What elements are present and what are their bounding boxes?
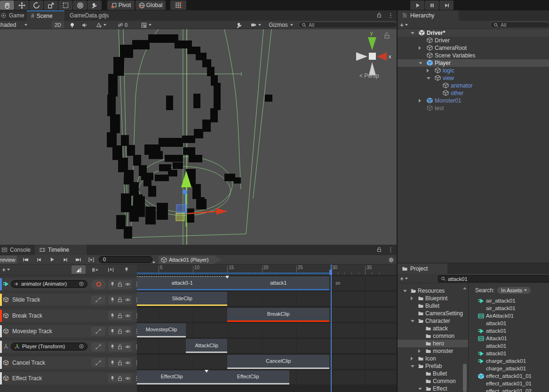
search-result-item[interactable]: effect_attack01_02 — [469, 388, 549, 392]
hierarchy-item-driver[interactable]: Driver — [398, 37, 549, 44]
expand-expand-icon[interactable] — [419, 99, 421, 103]
clip-boundary-marker-icon[interactable] — [225, 276, 229, 279]
search-result-item[interactable]: effect_attack01_01 — [469, 380, 549, 388]
scale-tool-button[interactable] — [44, 0, 58, 10]
2d-toggle[interactable]: 2D — [52, 21, 64, 29]
scene-lighting-toggle[interactable] — [67, 21, 77, 29]
search-result-item[interactable]: charge_attack01 — [469, 358, 549, 365]
hierarchy-item-logic[interactable]: logic — [398, 67, 549, 74]
track-menu-icon[interactable]: ⋮ — [134, 328, 140, 335]
custom-tool-button[interactable] — [88, 0, 102, 10]
global-toggle-button[interactable]: Global — [135, 0, 166, 10]
rotate-tool-button[interactable] — [29, 0, 43, 10]
track-header-effect-track[interactable]: {}Effect Track ⋮ — [0, 372, 137, 384]
hierarchy-item-animator[interactable]: animator — [398, 82, 549, 89]
lock-icon[interactable] — [117, 281, 123, 287]
play-button[interactable] — [410, 0, 424, 10]
eye-icon[interactable] — [125, 328, 131, 334]
track-menu-icon[interactable]: ⋮ — [134, 359, 140, 366]
folder-right-icon[interactable] — [411, 296, 413, 300]
search-result-item[interactable]: effect_attack01_01 — [469, 373, 549, 380]
pin-icon[interactable] — [110, 328, 115, 334]
project-folder-effect[interactable]: Effect — [398, 385, 468, 392]
record-button[interactable] — [91, 280, 106, 289]
preview-toggle-button[interactable]: Preview — [0, 256, 17, 264]
rect-tool-button[interactable] — [58, 0, 72, 10]
goto-end-button[interactable] — [72, 256, 84, 264]
shading-dropdown[interactable]: Shaded — [0, 21, 33, 29]
transform-tool-button[interactable] — [73, 0, 87, 10]
hierarchy-item-driver-[interactable]: Driver* — [398, 29, 549, 37]
scene-audio-toggle[interactable] — [79, 21, 89, 29]
scene-panel-menu-icon[interactable]: ⋮ — [388, 12, 394, 19]
curves-button[interactable] — [91, 343, 105, 352]
eye-icon[interactable] — [125, 376, 131, 381]
orientation-gizmo[interactable]: y x < Persp — [356, 30, 391, 79]
hierarchy-item-other[interactable]: other — [398, 89, 549, 97]
search-result-item[interactable]: AirAttack01 — [469, 312, 549, 320]
lock-icon[interactable] — [117, 344, 123, 350]
eye-icon[interactable] — [125, 313, 131, 319]
tab-timeline[interactable]: Timeline — [35, 245, 87, 255]
eye-icon[interactable] — [125, 344, 131, 350]
expand-collapse-icon[interactable] — [419, 62, 422, 64]
pin-icon[interactable] — [110, 360, 115, 366]
mix-mode-button[interactable] — [72, 265, 86, 274]
hierarchy-search-input[interactable]: All — [490, 22, 549, 28]
folder-right-icon[interactable] — [418, 349, 421, 353]
hierarchy-item-view[interactable]: view — [398, 74, 549, 82]
tab-hierarchy[interactable]: Hierarchy — [398, 10, 459, 21]
play-range-button[interactable] — [86, 256, 97, 264]
curves-button[interactable] — [91, 296, 105, 304]
project-tree-scrollbar[interactable] — [463, 364, 467, 392]
project-folder-resources[interactable]: Resources — [398, 287, 468, 295]
track-header-cancel-track[interactable]: {}Cancel Track ⋮ — [0, 357, 137, 369]
timeline-clip-effectclip[interactable]: EffectClip — [137, 370, 207, 384]
project-folder-attack[interactable]: attack — [398, 325, 468, 332]
track-header-animator-animator-[interactable]: animator (Animator) ⋮ — [0, 278, 137, 290]
clip-boundary-marker-icon[interactable] — [205, 370, 208, 373]
hand-tool-button[interactable] — [0, 0, 14, 10]
gizmos-dropdown[interactable]: Gizmos — [266, 21, 295, 29]
move-tool-button[interactable] — [15, 0, 29, 10]
project-folder-hero[interactable]: hero — [398, 340, 468, 347]
marker-toggle-button[interactable] — [121, 265, 132, 274]
hierarchy-item-test[interactable]: test — [398, 104, 549, 112]
project-folder-prefab[interactable]: Prefab — [398, 362, 468, 370]
step-button[interactable] — [439, 0, 454, 10]
scene-panel-lock-icon[interactable] — [376, 12, 382, 19]
track-menu-icon[interactable]: ⋮ — [134, 375, 140, 382]
expand-collapse-icon[interactable] — [411, 32, 414, 34]
folder-down-icon[interactable] — [403, 290, 407, 292]
timeline-clip-attack0-1[interactable]: attack0-1 — [137, 276, 227, 290]
hierarchy-item-player[interactable]: Player — [398, 59, 549, 67]
scene-effects-dropdown[interactable] — [91, 21, 110, 29]
track-menu-icon[interactable]: ⋮ — [134, 343, 140, 350]
lock-icon[interactable] — [117, 297, 123, 303]
hierarchy-item-cameraroot[interactable]: CameraRoot — [398, 44, 549, 52]
timeline-clip-attack1[interactable]: attack1 — [227, 276, 329, 290]
timeline-menu-icon[interactable]: ⋮ — [388, 246, 394, 253]
pause-button[interactable] — [425, 0, 439, 10]
folder-down-icon[interactable] — [411, 320, 414, 322]
lock-icon[interactable] — [117, 360, 123, 366]
timeline-playhead-line[interactable] — [331, 264, 332, 392]
prev-frame-button[interactable] — [33, 256, 44, 264]
scene-viewport[interactable]: y x < Persp — [0, 29, 397, 245]
lock-icon[interactable] — [117, 313, 123, 319]
project-folder-character[interactable]: Character — [398, 317, 468, 325]
curves-button[interactable] — [91, 358, 105, 367]
expand-collapse-icon[interactable] — [427, 77, 430, 80]
timeline-clip-movestepclip[interactable]: MovestepClip — [137, 323, 186, 337]
track-menu-icon[interactable]: ⋮ — [134, 312, 140, 319]
project-folder-camerasetting[interactable]: CameraSetting — [398, 310, 468, 317]
tab-scene[interactable]: # Scene — [27, 10, 64, 21]
project-folder-blueprint[interactable]: Blueprint — [398, 295, 468, 302]
add-track-button[interactable]: + — [2, 266, 10, 273]
timeline-settings-gear-icon[interactable] — [387, 256, 395, 264]
eye-icon[interactable] — [125, 281, 131, 287]
search-result-item[interactable]: attack01 — [469, 350, 549, 358]
track-menu-icon[interactable]: ⋮ — [134, 280, 140, 288]
pin-icon[interactable] — [110, 297, 115, 303]
project-folder-common[interactable]: Common — [398, 377, 468, 385]
